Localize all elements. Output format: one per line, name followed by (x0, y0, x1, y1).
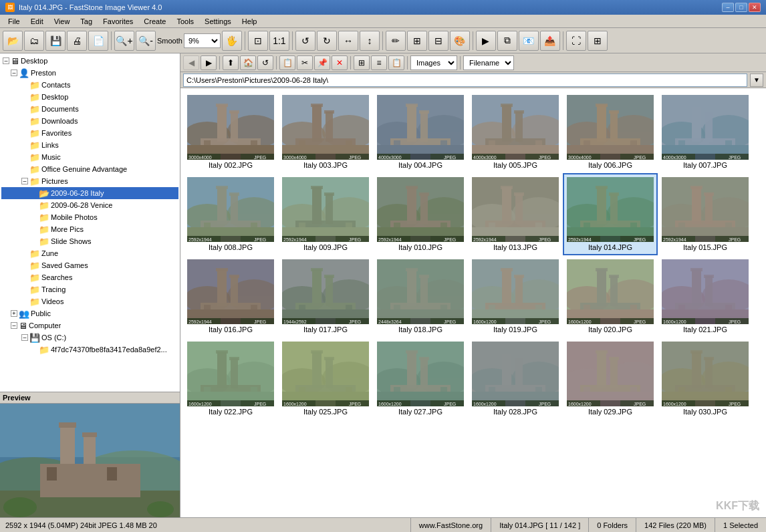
image-cell-italy-007.jpg[interactable]: 4000x3000 JPEG Italy 007.JPG (658, 91, 753, 173)
image-cell-italy-010.jpg[interactable]: 2592x1944 JPEG Italy 010.JPG (373, 173, 468, 255)
tree-item-contacts[interactable]: 📁 Contacts (1, 79, 178, 91)
tree-item-venice2009[interactable]: 📁 2009-06-28 Venice (1, 199, 178, 211)
tree-item-favorites[interactable]: 📁 Favorites (1, 127, 178, 139)
rotate-right-button[interactable]: ↻ (317, 31, 337, 51)
image-cell-italy-016.jpg[interactable]: 2592x1944 JPEG Italy 016.JPG (183, 255, 278, 338)
image-grid[interactable]: 3000x4000 JPEG Italy 002.JPG 3000x4000 (180, 88, 766, 517)
fit-window-button[interactable]: ⊡ (248, 31, 268, 51)
expand-desktop[interactable]: – (3, 57, 9, 64)
zoom-percent-select[interactable]: 9%25%50%100% (184, 33, 221, 48)
image-cell-italy-015.jpg[interactable]: 2592x1944 JPEG Italy 015.JPG (658, 173, 753, 255)
tree-item-pictures[interactable]: – 📁 Pictures (1, 175, 178, 187)
image-cell-italy-029.jpg[interactable]: 1600x1200 JPEG Italy 029.JPG (563, 338, 658, 420)
nav-back-button[interactable]: ◀ (183, 55, 199, 70)
flip-v-button[interactable]: ↕ (360, 31, 380, 51)
browse-button[interactable]: 🗂 (24, 31, 44, 51)
image-cell-italy-022.jpg[interactable]: 1600x1200 JPEG Italy 022.JPG (183, 338, 278, 420)
nav-up-button[interactable]: ⬆ (223, 55, 239, 70)
image-cell-italy-002.jpg[interactable]: 3000x4000 JPEG Italy 002.JPG (183, 91, 278, 173)
image-cell-italy-003.jpg[interactable]: 3000x4000 JPEG Italy 003.JPG (278, 91, 373, 173)
share-button[interactable]: 📤 (540, 31, 560, 51)
sort-select[interactable]: Filename Date Size (463, 55, 514, 70)
color-button[interactable]: 🎨 (450, 31, 470, 51)
compare-button[interactable]: ⧉ (497, 31, 517, 51)
image-cell-italy-008.jpg[interactable]: 2592x1944 JPEG Italy 008.JPG (183, 173, 278, 255)
menu-create[interactable]: Create (138, 16, 171, 27)
zoom-out-button[interactable]: 🔍- (136, 31, 156, 51)
nav-view-list[interactable]: ≡ (371, 55, 387, 70)
image-cell-italy-006.jpg[interactable]: 3000x4000 JPEG Italy 006.JPG (563, 91, 658, 173)
tree-item-tracing[interactable]: 📁 Tracing (1, 283, 178, 295)
close-button[interactable]: ✕ (749, 3, 761, 12)
image-cell-italy-017.jpg[interactable]: 1944x2592 JPEG Italy 017.JPG (278, 255, 373, 338)
tree-item-morepics[interactable]: 📁 More Pics (1, 223, 178, 235)
tree-item-osc[interactable]: – 💾 OS (C:) (1, 331, 178, 344)
nav-delete-button[interactable]: ✕ (332, 55, 348, 70)
tree-item-public[interactable]: + 👥 Public (1, 307, 178, 319)
expand-osc[interactable]: – (21, 334, 28, 341)
tree-item-desktop2[interactable]: 📁 Desktop (1, 91, 178, 103)
file-tree[interactable]: – 🖥 Desktop – 👤 Preston 📁 Contacts 📁 (0, 53, 180, 392)
save-button[interactable]: 💾 (45, 31, 66, 51)
nav-refresh-button[interactable]: ↺ (257, 55, 273, 70)
image-cell-italy-030.jpg[interactable]: 1600x1200 JPEG Italy 030.JPG (658, 338, 753, 420)
menu-help[interactable]: Help (237, 16, 263, 27)
tree-item-zune[interactable]: 📁 Zune (1, 247, 178, 259)
zoom-in-button[interactable]: 🔍+ (114, 31, 134, 51)
image-cell-italy-019.jpg[interactable]: 1600x1200 JPEG Italy 019.JPG (468, 255, 563, 338)
image-cell-italy-018.jpg[interactable]: 2448x3264 JPEG Italy 018.JPG (373, 255, 468, 338)
menu-edit[interactable]: Edit (25, 16, 49, 27)
expand-public[interactable]: + (11, 310, 17, 317)
nav-forward-button[interactable]: ▶ (201, 55, 217, 70)
actual-size-button[interactable]: 1:1 (269, 31, 289, 51)
address-go-button[interactable]: ▼ (750, 74, 763, 87)
image-cell-italy-014.jpg[interactable]: 2592x1944 JPEG Italy 014.JPG (563, 173, 658, 255)
image-cell-italy-020.jpg[interactable]: 1600x1200 JPEG Italy 020.JPG (563, 255, 658, 338)
email-button[interactable]: 📧 (519, 31, 539, 51)
open-dialog[interactable]: 📄 (88, 31, 108, 51)
open-button[interactable]: 📂 (3, 31, 23, 51)
dual-button[interactable]: ⊞ (588, 31, 608, 51)
expand-preston[interactable]: – (11, 70, 17, 76)
tree-item-videos[interactable]: 📁 Videos (1, 295, 178, 307)
menu-favorites[interactable]: Favorites (98, 16, 138, 27)
menu-tag[interactable]: Tag (75, 16, 98, 27)
minimize-button[interactable]: – (722, 3, 734, 12)
nav-copy-button[interactable]: 📋 (279, 55, 295, 70)
cursor-mode-button[interactable]: 🖐 (222, 31, 242, 51)
nav-home-button[interactable]: 🏠 (240, 55, 256, 70)
image-cell-italy-021.jpg[interactable]: 1600x1200 JPEG Italy 021.JPG (658, 255, 753, 338)
crop-button[interactable]: ⊞ (407, 31, 427, 51)
tree-item-mobile[interactable]: 📁 Mobile Photos (1, 211, 178, 223)
tree-item-downloads[interactable]: 📁 Downloads (1, 115, 178, 127)
fullscreen-button[interactable]: ⛶ (566, 31, 586, 51)
resize-button[interactable]: ⊟ (428, 31, 449, 51)
tree-item-savedgames[interactable]: 📁 Saved Games (1, 259, 178, 271)
flip-h-button[interactable]: ↔ (338, 31, 358, 51)
nav-view-details[interactable]: 📋 (388, 55, 404, 70)
image-cell-italy-028.jpg[interactable]: 1600x1200 JPEG Italy 028.JPG (468, 338, 563, 420)
expand-computer[interactable]: – (11, 322, 17, 329)
slideshow-button[interactable]: ▶ (476, 31, 496, 51)
image-cell-italy-025.jpg[interactable]: 1600x1200 JPEG Italy 025.JPG (278, 338, 373, 420)
print-button[interactable]: 🖨 (67, 31, 87, 51)
maximize-button[interactable]: □ (735, 3, 747, 12)
nav-paste-button[interactable]: 📌 (314, 55, 330, 70)
tree-item-links[interactable]: 📁 Links (1, 139, 178, 151)
tree-item-music[interactable]: 📁 Music (1, 151, 178, 163)
image-cell-italy-005.jpg[interactable]: 4000x3000 JPEG Italy 005.JPG (468, 91, 563, 173)
tree-item-italy2009[interactable]: 📂 2009-06-28 Italy (1, 187, 178, 199)
menu-file[interactable]: File (3, 16, 25, 27)
tree-item-slideshows[interactable]: 📁 Slide Shows (1, 235, 178, 247)
tree-item-documents[interactable]: 📁 Documents (1, 103, 178, 115)
menu-tools[interactable]: Tools (171, 16, 199, 27)
tree-item-searches[interactable]: 📁 Searches (1, 271, 178, 283)
tree-item-preston[interactable]: – 👤 Preston (1, 67, 178, 79)
filter-select[interactable]: Images All Files (410, 55, 457, 70)
image-cell-italy-009.jpg[interactable]: 2592x1944 JPEG Italy 009.JPG (278, 173, 373, 255)
expand-pictures[interactable]: – (21, 178, 28, 184)
address-input[interactable] (183, 74, 747, 87)
tree-item-computer[interactable]: – 🖥 Computer (1, 319, 178, 331)
edit-button[interactable]: ✏ (386, 31, 406, 51)
nav-view-thumbs[interactable]: ⊞ (354, 55, 370, 70)
